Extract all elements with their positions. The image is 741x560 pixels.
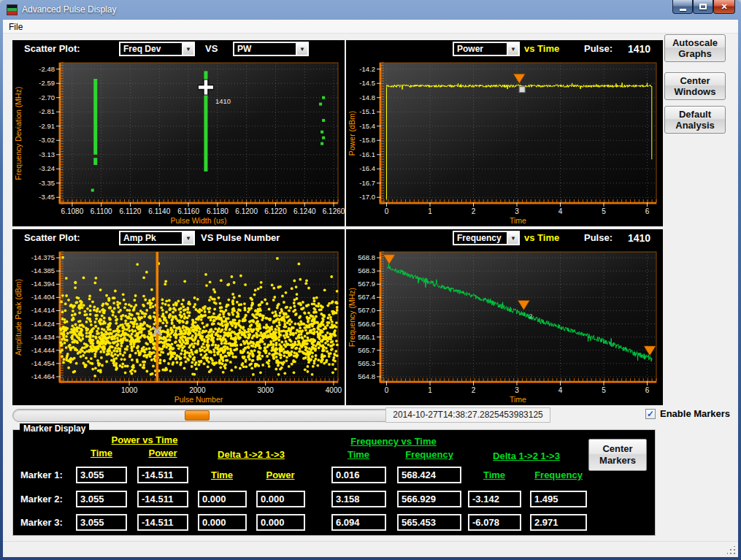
svg-text:-14.404: -14.404 <box>31 293 55 301</box>
trace-select-dropdown[interactable]: Frequency ▼ <box>453 231 520 245</box>
marker3-delta-freq-value: 2.971 <box>530 514 587 531</box>
button-label-line: Analysis <box>665 120 725 131</box>
svg-text:Amplitude Peak (dBm): Amplitude Peak (dBm) <box>14 279 23 356</box>
minimize-button[interactable] <box>672 0 693 14</box>
svg-text:2: 2 <box>529 312 532 320</box>
freq-col-header: Frequency <box>405 449 453 460</box>
minimize-icon <box>680 9 686 11</box>
svg-text:3: 3 <box>515 207 519 215</box>
svg-text:3: 3 <box>515 386 519 394</box>
svg-text:6.1160: 6.1160 <box>177 207 199 215</box>
svg-text:-15.8: -15.8 <box>359 136 375 144</box>
svg-text:-16.4: -16.4 <box>359 164 375 172</box>
svg-text:Pulse Width (us): Pulse Width (us) <box>170 216 226 225</box>
dropdown-arrow-icon[interactable]: ▼ <box>182 43 193 55</box>
center-markers-button[interactable]: Center Markers <box>588 439 647 471</box>
enable-markers-checkbox[interactable]: ✓ <box>645 409 656 419</box>
pulse-label: Pulse: <box>584 40 613 58</box>
svg-text:-3.13: -3.13 <box>39 150 55 158</box>
svg-text:-14.464: -14.464 <box>31 372 55 380</box>
svg-text:-14.454: -14.454 <box>31 359 55 367</box>
power-delta-time-col: Time <box>211 469 233 480</box>
svg-text:-2.91: -2.91 <box>39 122 55 130</box>
svg-text:4: 4 <box>558 386 563 394</box>
trace-select-value: Power <box>454 43 507 55</box>
freq-time-col-header: Time <box>348 449 369 460</box>
amppk-vs-pulsenumber-chart[interactable]: -14.375-14.385-14.394-14.404-14.414-14.4… <box>12 247 345 405</box>
svg-text:Power (dBm): Power (dBm) <box>348 111 356 156</box>
svg-text:0: 0 <box>385 386 389 394</box>
scatter-plot-panel-amppk: Scatter Plot: Amp Pk ▼ VS Pulse Number -… <box>12 229 345 405</box>
svg-text:-3.45: -3.45 <box>39 193 55 201</box>
pulse-value: 1410 <box>628 229 650 247</box>
panel-header: Scatter Plot: Amp Pk ▼ VS Pulse Number <box>12 229 345 247</box>
resize-grip[interactable] <box>727 546 736 555</box>
pulse-label: Pulse: <box>584 229 613 247</box>
dropdown-arrow-icon[interactable]: ▼ <box>182 232 193 244</box>
close-button[interactable]: ✕ <box>713 0 735 14</box>
svg-text:6: 6 <box>645 386 650 394</box>
panel-header: Scatter Plot: Freq Dev ▼ VS PW ▼ <box>12 40 345 58</box>
marker3-power-time: 3.055 <box>76 514 127 531</box>
freq-delta-header: Delta 1->2 1->3 <box>493 450 560 461</box>
svg-text:3000: 3000 <box>258 386 274 394</box>
svg-text:568.8: 568.8 <box>358 253 375 261</box>
y-axis-select-dropdown[interactable]: Freq Dev ▼ <box>119 42 195 56</box>
svg-text:-16.1: -16.1 <box>359 150 375 158</box>
default-analysis-button[interactable]: Default Analysis <box>664 106 726 134</box>
svg-text:1: 1 <box>428 386 432 394</box>
scatter-plot-label: Scatter Plot: <box>24 229 80 247</box>
dropdown-arrow-icon[interactable]: ▼ <box>507 232 518 244</box>
power-vs-time-panel: Power ▼ vs Time Pulse: 1410 -14.2-14.5-1… <box>346 40 663 226</box>
svg-text:-14.414: -14.414 <box>31 306 55 314</box>
svg-text:Pulse Number: Pulse Number <box>174 395 223 404</box>
center-windows-button[interactable]: Center Windows <box>664 72 726 100</box>
power-vs-time-chart[interactable]: -14.2-14.5-14.8-15.1-15.4-15.8-16.1-16.4… <box>346 58 663 226</box>
button-label-line: Default <box>665 109 725 120</box>
maximize-button[interactable] <box>693 0 713 14</box>
enable-markers-control: ✓ Enable Markers <box>645 408 730 419</box>
svg-text:Frequency Deviation (MHz): Frequency Deviation (MHz) <box>14 87 23 180</box>
trace-select-dropdown[interactable]: Power ▼ <box>453 42 520 56</box>
svg-text:Frequency (MHz): Frequency (MHz) <box>348 288 356 347</box>
svg-text:-14.2: -14.2 <box>359 65 375 73</box>
status-bar <box>3 541 738 557</box>
marker-display-title: Marker Display <box>20 423 89 434</box>
svg-text:6.1220: 6.1220 <box>264 207 287 215</box>
svg-text:-14.444: -14.444 <box>31 346 55 354</box>
enable-markers-label: Enable Markers <box>660 408 730 419</box>
svg-text:-14.385: -14.385 <box>31 266 55 275</box>
autoscale-graphs-button[interactable]: Autoscale Graphs <box>664 34 726 62</box>
power-time-col-header: Time <box>91 448 112 459</box>
button-label-line: Center <box>665 75 725 86</box>
power-delta-power-col: Power <box>266 469 294 480</box>
dropdown-arrow-icon[interactable]: ▼ <box>507 43 518 55</box>
menu-file[interactable]: File <box>3 20 28 34</box>
title-bar[interactable]: Advanced Pulse Display ✕ <box>0 0 741 20</box>
y-axis-select-dropdown[interactable]: Amp Pk ▼ <box>119 231 195 245</box>
marker1-freq-time: 0.016 <box>331 467 386 483</box>
x-axis-select-dropdown[interactable]: PW ▼ <box>233 42 309 56</box>
svg-text:-2.59: -2.59 <box>39 79 55 87</box>
freqdev-vs-pw-chart[interactable]: -2.48-2.59-2.70-2.81-2.91-3.02-3.13-3.24… <box>12 58 345 226</box>
dropdown-arrow-icon[interactable]: ▼ <box>296 43 307 55</box>
checkbox-check-icon: ✓ <box>647 410 654 418</box>
marker2-delta-time: 0.000 <box>198 491 247 507</box>
svg-text:-14.375: -14.375 <box>31 253 55 261</box>
svg-text:4: 4 <box>558 207 563 215</box>
frequency-vs-time-chart[interactable]: 568.8568.3567.9567.4567.0566.6566.1565.7… <box>346 247 663 405</box>
marker2-delta-freq-time: -3.142 <box>468 491 521 507</box>
marker2-delta-freq-value: 1.495 <box>530 491 587 507</box>
svg-text:-14.434: -14.434 <box>31 333 55 341</box>
svg-text:567.0: 567.0 <box>358 306 375 314</box>
marker3-delta-time: 0.000 <box>198 514 247 531</box>
svg-text:-15.1: -15.1 <box>359 107 375 115</box>
svg-text:1410: 1410 <box>215 97 231 105</box>
svg-text:565.3: 565.3 <box>358 359 375 367</box>
svg-text:-14.394: -14.394 <box>31 280 55 288</box>
pulse-scrollbar-thumb[interactable] <box>185 410 210 421</box>
svg-text:6.1260: 6.1260 <box>323 207 345 215</box>
app-icon <box>7 4 18 15</box>
marker3-delta-power: 0.000 <box>256 514 305 531</box>
vs-time-label: vs Time <box>524 40 559 58</box>
